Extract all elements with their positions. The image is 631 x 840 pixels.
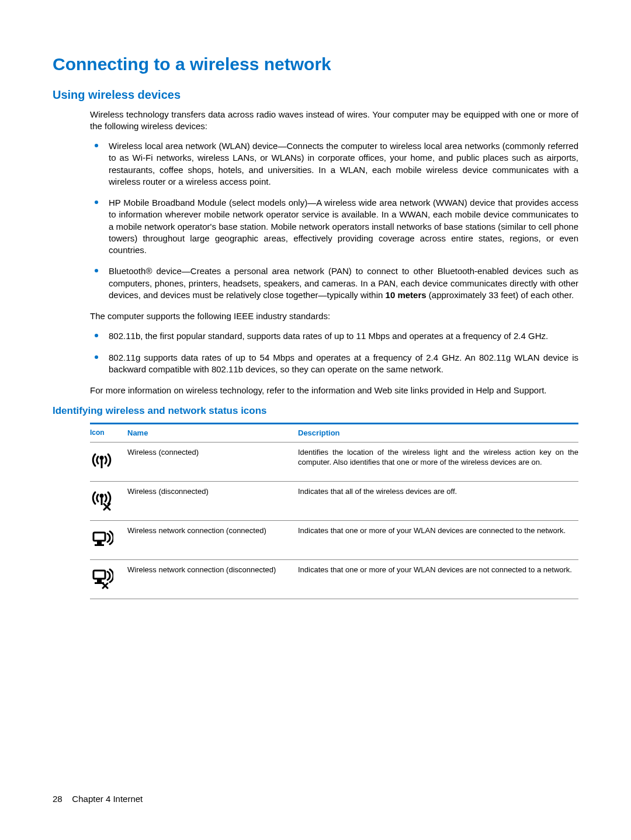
table-header-icon: Icon bbox=[90, 428, 127, 438]
wireless-off-icon bbox=[90, 488, 113, 511]
wireless-on-icon bbox=[90, 448, 113, 472]
icon-name: Wireless (disconnected) bbox=[127, 486, 298, 497]
table-row: Wireless (disconnected) Indicates that a… bbox=[90, 482, 578, 521]
icon-name: Wireless network connection (connected) bbox=[127, 526, 298, 536]
icon-name: Wireless network connection (disconnecte… bbox=[127, 565, 298, 575]
wireless-device-list: Wireless local area network (WLAN) devic… bbox=[109, 140, 578, 301]
section-using-wireless-devices: Using wireless devices bbox=[53, 87, 578, 103]
icon-description: Indicates that one or more of your WLAN … bbox=[298, 565, 578, 575]
list-item: 802.11g supports data rates of up to 54 … bbox=[109, 352, 578, 376]
wlan-connected-icon bbox=[90, 527, 113, 550]
list-item: HP Mobile Broadband Module (select model… bbox=[109, 197, 578, 256]
list-item: Wireless local area network (WLAN) devic… bbox=[109, 140, 578, 188]
text-fragment: (approximately 33 feet) of each other. bbox=[427, 290, 574, 300]
list-item: Bluetooth® device—Creates a personal are… bbox=[109, 265, 578, 301]
table-row: Wireless network connection (disconnecte… bbox=[90, 560, 578, 599]
icon-description: Identifies the location of the wireless … bbox=[298, 447, 578, 468]
intro-paragraph: Wireless technology transfers data acros… bbox=[90, 109, 578, 133]
page-footer: 28 Chapter 4 Internet bbox=[53, 793, 143, 805]
icon-description: Indicates that all of the wireless devic… bbox=[298, 486, 578, 497]
svg-rect-7 bbox=[97, 541, 102, 544]
chapter-label: Chapter 4 Internet bbox=[72, 794, 143, 804]
table-row: Wireless (connected) Identifies the loca… bbox=[90, 443, 578, 482]
svg-rect-9 bbox=[93, 571, 105, 579]
svg-rect-3 bbox=[101, 496, 103, 505]
page-title: Connecting to a wireless network bbox=[53, 53, 578, 77]
page-number: 28 bbox=[53, 794, 63, 804]
section-identifying-icons: Identifying wireless and network status … bbox=[53, 405, 578, 418]
icon-description: Indicates that one or more of your WLAN … bbox=[298, 526, 578, 536]
svg-rect-10 bbox=[97, 579, 102, 582]
more-info-paragraph: For more information on wireless technol… bbox=[90, 385, 578, 396]
svg-rect-1 bbox=[101, 458, 103, 468]
svg-rect-8 bbox=[95, 544, 104, 546]
standards-list: 802.11b, the first popular standard, sup… bbox=[109, 330, 578, 375]
icon-name: Wireless (connected) bbox=[127, 447, 298, 458]
table-header-name: Name bbox=[127, 428, 298, 438]
wlan-disconnected-icon bbox=[90, 566, 113, 589]
table-header-row: Icon Name Description bbox=[90, 424, 578, 443]
standards-intro: The computer supports the following IEEE… bbox=[90, 310, 578, 322]
table-header-description: Description bbox=[298, 428, 578, 438]
list-item: 802.11b, the first popular standard, sup… bbox=[109, 330, 578, 342]
table-row: Wireless network connection (connected) … bbox=[90, 521, 578, 560]
bold-text: 10 meters bbox=[386, 290, 427, 300]
svg-rect-6 bbox=[93, 533, 105, 541]
status-icons-table: Icon Name Description bbox=[90, 423, 578, 599]
